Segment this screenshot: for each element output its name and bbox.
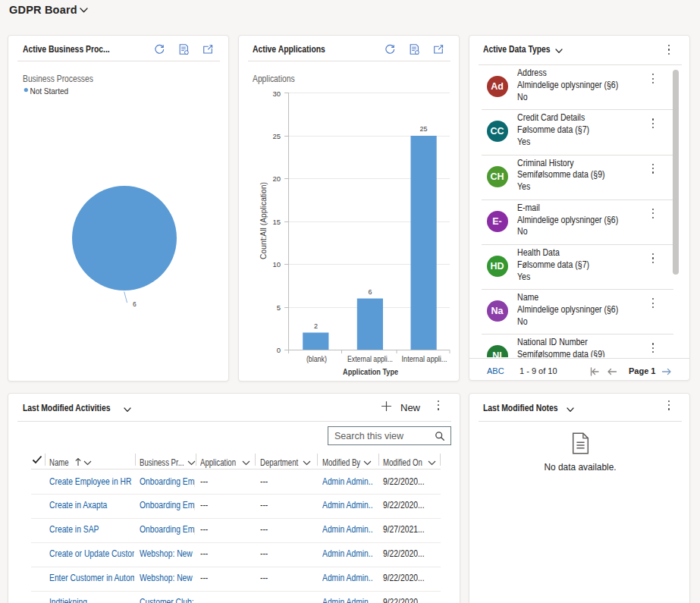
svg-text:30: 30: [272, 90, 281, 98]
svg-text:0: 0: [277, 346, 281, 354]
svg-text:External appli...: External appli...: [347, 355, 393, 363]
svg-text:25: 25: [419, 125, 427, 133]
svg-text:Internal appli...: Internal appli...: [402, 355, 447, 363]
svg-text:2: 2: [314, 322, 318, 330]
svg-text:Application Type: Application Type: [343, 367, 398, 376]
svg-text:6: 6: [368, 288, 372, 296]
svg-text:6: 6: [133, 300, 137, 308]
svg-text:25: 25: [272, 132, 281, 140]
svg-text:Count:All (Application): Count:All (Application): [259, 182, 268, 259]
svg-text:5: 5: [277, 303, 281, 312]
svg-text:15: 15: [272, 218, 281, 226]
svg-text:20: 20: [272, 174, 281, 183]
svg-text:(blank): (blank): [306, 355, 327, 363]
svg-text:10: 10: [272, 260, 281, 269]
